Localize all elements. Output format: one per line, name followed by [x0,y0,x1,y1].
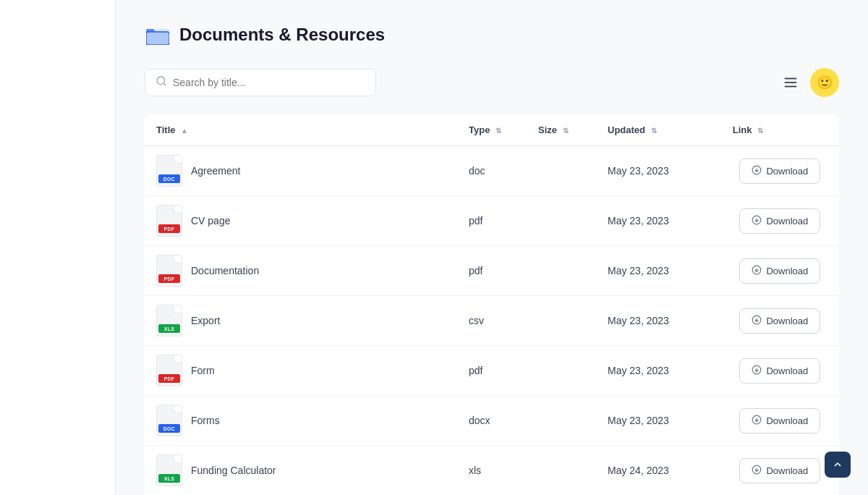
cell-type: xls [457,446,527,496]
sort-icon-updated: ⇅ [651,127,657,135]
download-icon [752,265,762,277]
col-header-size[interactable]: Size ⇅ [527,114,596,146]
cell-updated: May 23, 2023 [596,346,721,396]
file-type-badge: PDF [158,224,180,233]
sort-icon-type: ⇅ [495,127,501,135]
table-row: PDFCV pagepdfMay 23, 2023Download [145,196,839,246]
cell-updated: May 23, 2023 [596,296,721,346]
table-row: XLSExportcsvMay 23, 2023Download [145,296,839,346]
file-type-badge: XLS [158,324,180,333]
file-icon: DOC [156,155,182,187]
cell-updated: May 24, 2023 [596,446,721,496]
cell-updated: May 23, 2023 [596,196,721,246]
file-icon: PDF [156,355,182,386]
sort-icon-title: ▲ [181,127,188,135]
col-header-updated[interactable]: Updated ⇅ [596,114,721,146]
file-title: Funding Calculator [191,465,276,476]
download-label: Download [766,216,808,227]
col-header-title[interactable]: Title ▲ [145,114,457,146]
file-title: CV page [191,215,230,227]
download-button[interactable]: Download [739,358,820,384]
avatar-emoji: 🙂 [817,75,833,90]
toolbar: 🙂 [145,68,839,97]
cell-link: Download [721,446,839,496]
avatar-button[interactable]: 🙂 [810,68,839,97]
cell-type: doc [457,146,527,196]
cell-type: docx [457,396,527,446]
col-header-link[interactable]: Link ⇅ [721,114,839,146]
cell-size [527,196,596,246]
file-type-badge: DOC [158,424,180,433]
cell-size [527,296,596,346]
file-icon: XLS [156,305,182,337]
scroll-to-top-button[interactable] [825,452,851,478]
download-label: Download [766,166,808,177]
search-input[interactable] [173,77,365,88]
file-type-badge: PDF [158,274,180,283]
cell-type: csv [457,296,527,346]
main-content: Documents & Resources 🙂 [116,0,868,495]
svg-line-4 [163,83,166,85]
download-label: Download [766,316,808,326]
file-type-badge: PDF [158,374,180,383]
download-icon [752,165,762,177]
cell-link: Download [721,396,839,446]
cell-size [527,446,596,496]
download-button[interactable]: Download [739,208,820,234]
download-button[interactable]: Download [739,258,820,284]
download-icon [752,415,762,427]
file-title: Export [191,315,220,326]
download-icon [752,465,762,477]
sort-icon-size: ⇅ [563,127,569,135]
search-icon [156,75,167,90]
cell-size [527,146,596,196]
cell-type: pdf [457,246,527,296]
file-type-badge: XLS [158,474,180,483]
table-row: DOCAgreementdocMay 23, 2023Download [145,146,839,196]
table-row: PDFFormpdfMay 23, 2023Download [145,346,839,396]
cell-updated: May 23, 2023 [596,146,721,196]
page-title: Documents & Resources [179,25,385,45]
file-title: Agreement [191,165,240,177]
cell-link: Download [721,296,839,346]
download-button[interactable]: Download [739,308,820,334]
cell-title: XLSExport [145,296,457,346]
cell-size [527,396,596,446]
cell-title: DOCAgreement [145,146,457,196]
search-wrap [145,69,376,96]
cell-type: pdf [457,346,527,396]
svg-rect-1 [146,32,169,45]
svg-point-3 [157,77,165,85]
download-label: Download [766,365,808,376]
cell-type: pdf [457,196,527,246]
col-header-type[interactable]: Type ⇅ [457,114,527,146]
sort-icon-link: ⇅ [757,127,763,135]
table-row: DOCFormsdocxMay 23, 2023Download [145,396,839,446]
download-icon [752,215,762,227]
file-title: Forms [191,415,220,426]
download-label: Download [766,415,808,426]
cell-link: Download [721,246,839,296]
download-label: Download [766,465,808,476]
sidebar [0,0,116,495]
file-title: Documentation [191,265,259,276]
file-icon: PDF [156,255,182,287]
cell-title: PDFCV page [145,196,457,246]
table-row: PDFDocumentationpdfMay 23, 2023Download [145,246,839,296]
cell-updated: May 23, 2023 [596,396,721,446]
cell-link: Download [721,146,839,196]
download-button[interactable]: Download [739,408,820,433]
page-header: Documents & Resources [145,22,839,48]
menu-icon-button[interactable] [780,72,801,93]
file-icon: DOC [156,405,182,436]
download-icon [752,315,762,327]
file-icon: XLS [156,454,182,486]
cell-link: Download [721,196,839,246]
download-button[interactable]: Download [739,458,820,483]
documents-table: Title ▲ Type ⇅ Size ⇅ Updated ⇅ Link ⇅ [145,114,839,495]
cell-title: PDFForm [145,346,457,396]
cell-title: DOCForms [145,396,457,446]
file-icon: PDF [156,205,182,237]
download-button[interactable]: Download [739,158,820,184]
cell-size [527,346,596,396]
